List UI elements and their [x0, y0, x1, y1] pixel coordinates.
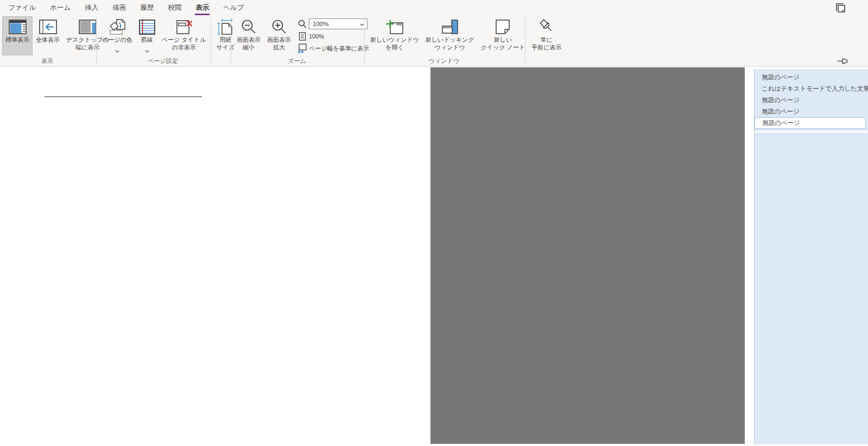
zoom-out-icon	[240, 18, 257, 35]
zoom-100-label: 100%	[309, 33, 324, 40]
zoom-out-label-line1: 画面表示	[237, 36, 261, 44]
page-width-zoom-button[interactable]: ページ幅を基準に表示	[297, 43, 369, 54]
dock-to-desktop-label-line2: 端に表示	[75, 44, 99, 52]
always-on-top-pin-icon	[538, 18, 555, 35]
ribbon-group-zoom: 画面表示 縮小 画面表示 拡大	[231, 15, 365, 66]
chevron-down-icon	[115, 45, 119, 55]
page-list-item[interactable]: 無題のページ	[755, 72, 868, 83]
page-list-item[interactable]: これはテキストモードで入力した文章で	[755, 83, 868, 95]
new-docked-window-button[interactable]: 新しいドッキング ウィンドウ	[422, 16, 478, 55]
hide-page-title-button[interactable]: ページ タイトル の非表示	[159, 16, 210, 55]
new-quick-note-icon	[495, 18, 511, 35]
ribbon: 標準表示 全体表示	[0, 15, 868, 67]
tab-file[interactable]: ファイル	[1, 0, 43, 15]
window-stack-icon[interactable]	[834, 2, 846, 14]
page-title-underline	[45, 96, 202, 97]
always-on-top-label-line1: 常に	[541, 36, 553, 44]
always-on-top-label-line2: 手前に表示	[531, 44, 561, 52]
new-window-button[interactable]: 新しいウィンドウ を開く	[367, 16, 422, 55]
page-color-label: ページの色	[102, 36, 132, 44]
tab-history[interactable]: 履歴	[133, 0, 161, 15]
page-color-icon	[108, 18, 126, 35]
new-docked-window-label-line1: 新しいドッキング	[426, 36, 474, 44]
new-docked-window-icon	[441, 18, 459, 35]
new-quick-note-button[interactable]: 新しい クイック ノート	[478, 16, 529, 55]
hide-page-title-icon	[175, 18, 193, 35]
group-label-zoom: ズーム	[231, 57, 363, 65]
zoom-out-button[interactable]: 画面表示 縮小	[233, 16, 264, 55]
group-label-page-setup: ページ設定	[97, 57, 229, 65]
normal-view-icon	[9, 18, 27, 35]
new-quick-note-label-line2: クイック ノート	[481, 44, 525, 52]
dock-to-desktop-icon	[79, 18, 97, 35]
zoom-level-value: 100%	[313, 21, 328, 27]
note-page-canvas[interactable]	[0, 67, 430, 446]
zoom-100-button[interactable]: 100%	[297, 30, 369, 42]
page-list-sidebar: 無題のページ これはテキストモードで入力した文章で 無題のページ 無題のページ …	[754, 70, 868, 444]
page-color-button[interactable]: ページの色	[99, 16, 136, 55]
new-window-icon	[385, 18, 404, 35]
page-list-item-selected[interactable]: 無題のページ	[755, 117, 866, 129]
zoom-in-label-line1: 画面表示	[267, 36, 291, 44]
tab-insert[interactable]: 挿入	[78, 0, 105, 15]
always-on-top-button[interactable]: 常に 手前に表示	[528, 16, 565, 55]
ribbon-tab-bar: ファイル ホーム 挿入 描画 履歴 校閲 表示 ヘルプ	[0, 0, 868, 15]
zoom-in-label-line2: 拡大	[273, 44, 285, 52]
chevron-down-icon	[145, 45, 149, 55]
hide-page-title-label-line2: の非表示	[172, 44, 195, 52]
canvas-background	[430, 67, 745, 444]
rule-lines-button[interactable]: 罫線	[136, 16, 159, 55]
ribbon-group-window: 新しいウィンドウ を開く 新しいドッキング ウィンドウ	[365, 15, 525, 66]
page-list-separator	[755, 131, 868, 133]
rule-lines-label: 罫線	[141, 36, 153, 44]
rule-lines-icon	[139, 18, 155, 35]
full-page-view-label: 全体表示	[36, 36, 60, 44]
zoom-100-doc-icon	[297, 32, 307, 41]
group-label-window: ウィンドウ	[365, 57, 523, 65]
ribbon-group-page-setup: ページの色 罫線	[97, 15, 231, 66]
full-page-view-icon	[39, 18, 57, 35]
full-page-view-button[interactable]: 全体表示	[33, 16, 63, 55]
zoom-out-label-line2: 縮小	[243, 44, 255, 52]
page-list-item[interactable]: 無題のページ	[755, 95, 868, 106]
zoom-in-button[interactable]: 画面表示 拡大	[264, 16, 294, 55]
tab-draw[interactable]: 描画	[105, 0, 133, 15]
zoom-search-icon	[297, 20, 307, 28]
new-window-label-line1: 新しいウィンドウ	[370, 36, 419, 44]
new-docked-window-label-line2: ウィンドウ	[435, 44, 465, 52]
zoom-in-icon	[271, 18, 287, 35]
group-label-view: 表示	[0, 57, 94, 65]
new-quick-note-label-line1: 新しい	[494, 36, 512, 44]
tab-review[interactable]: 校閲	[161, 0, 188, 15]
page-width-label: ページ幅を基準に表示	[309, 45, 369, 53]
page-width-icon	[297, 43, 307, 54]
zoom-level-combobox[interactable]: 100%	[309, 18, 368, 29]
normal-view-button[interactable]: 標準表示	[2, 16, 33, 55]
dock-pin-icon[interactable]	[838, 56, 848, 68]
tab-home[interactable]: ホーム	[43, 0, 78, 15]
normal-view-label: 標準表示	[5, 36, 29, 44]
combobox-chevron-icon[interactable]	[360, 21, 364, 27]
tab-view[interactable]: 表示	[188, 0, 216, 15]
new-window-label-line2: を開く	[385, 44, 404, 52]
tab-help[interactable]: ヘルプ	[216, 0, 251, 15]
hide-page-title-label-line1: ページ タイトル	[162, 36, 206, 44]
paper-size-label-line1: 用紙	[219, 36, 231, 44]
page-list-item[interactable]: 無題のページ	[755, 106, 868, 117]
ribbon-group-view: 標準表示 全体表示	[0, 15, 97, 66]
